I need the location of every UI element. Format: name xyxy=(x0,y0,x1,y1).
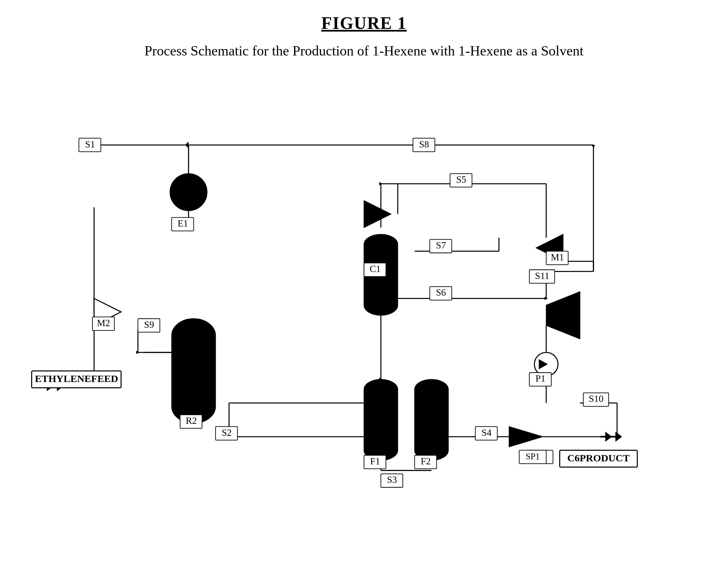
label-e1: E1 xyxy=(177,218,188,229)
label-m1: M1 xyxy=(551,252,564,263)
label-ethylene-feed: ETHYLENEFEED xyxy=(35,373,118,384)
svg-marker-66 xyxy=(592,145,595,148)
svg-marker-43 xyxy=(364,201,391,228)
svg-rect-49 xyxy=(364,379,398,460)
label-s4: S4 xyxy=(481,427,491,438)
label-sp1: SP1 xyxy=(526,451,540,461)
label-f1: F1 xyxy=(370,456,380,466)
label-s10: S10 xyxy=(589,394,603,404)
label-r2: R2 xyxy=(186,415,197,426)
diagram: S1 S8 E1 S5 S7 C1 M1 S11 S9 xyxy=(27,76,701,544)
svg-marker-57 xyxy=(615,432,622,442)
label-m2: M2 xyxy=(97,318,110,328)
label-s11: S11 xyxy=(535,271,549,281)
label-s2: S2 xyxy=(222,427,232,438)
label-f2: F2 xyxy=(421,456,431,466)
svg-marker-46 xyxy=(546,291,580,339)
subtitle: Process Schematic for the Production of … xyxy=(0,43,728,59)
label-s8: S8 xyxy=(419,139,429,150)
label-p1: P1 xyxy=(536,373,546,384)
label-c6-product: C6PRODUCT xyxy=(567,452,630,464)
label-s9: S9 xyxy=(144,319,154,330)
label-s6: S6 xyxy=(436,287,446,297)
svg-rect-50 xyxy=(415,379,449,460)
svg-point-38 xyxy=(170,174,207,211)
page: FIGURE 1 Process Schematic for the Produ… xyxy=(0,0,728,564)
svg-rect-41 xyxy=(172,318,216,423)
svg-marker-51 xyxy=(509,426,543,447)
label-s5: S5 xyxy=(456,174,466,185)
svg-marker-58 xyxy=(605,432,612,442)
label-s3: S3 xyxy=(387,475,397,485)
svg-marker-59 xyxy=(185,142,188,148)
figure-title: FIGURE 1 xyxy=(0,0,728,33)
label-c1: C1 xyxy=(369,264,380,274)
label-s7: S7 xyxy=(436,240,446,251)
label-s1: S1 xyxy=(85,139,95,150)
